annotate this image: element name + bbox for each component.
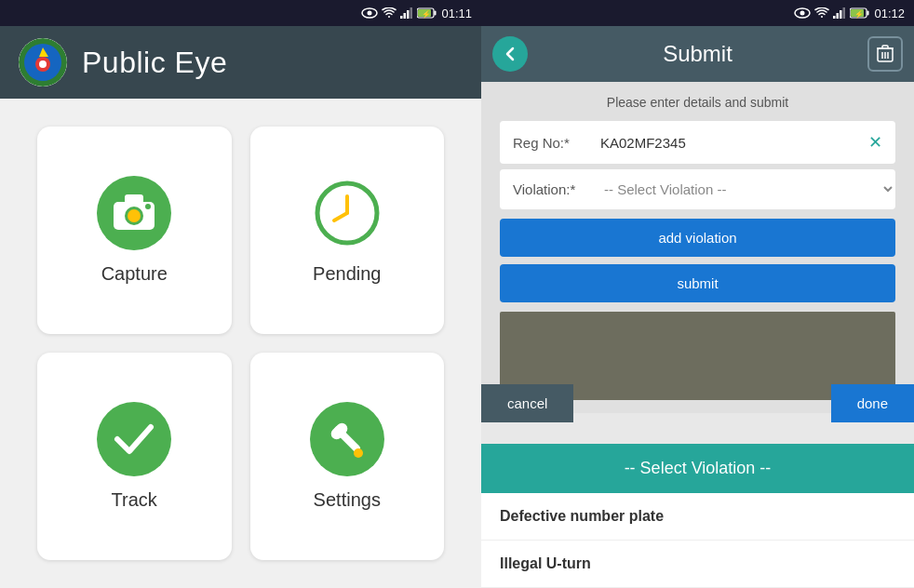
svg-point-25 (97, 402, 171, 476)
delete-button[interactable] (867, 36, 903, 72)
eye-icon-right (794, 7, 811, 19)
menu-grid: Capture Pending Track (0, 99, 481, 588)
svg-text:⚡: ⚡ (854, 9, 864, 19)
reg-no-label: Reg No:* (500, 124, 593, 162)
menu-item-track[interactable]: Track (37, 353, 232, 560)
status-icons-right: ⚡ 01:12 (794, 7, 905, 20)
status-bar-left: ⚡ 01:11 (0, 0, 481, 26)
signal-icon-right (833, 7, 846, 19)
wrench-icon (310, 402, 384, 476)
form-divider (500, 166, 895, 167)
app-header: Public Eye (0, 26, 481, 99)
battery-icon-right: ⚡ (850, 7, 870, 19)
check-icon (97, 402, 171, 476)
status-bar-right: ⚡ 01:12 (481, 0, 914, 26)
svg-rect-5 (410, 7, 413, 19)
form-subtitle: Please enter details and submit (500, 95, 895, 110)
add-violation-button[interactable]: add violation (500, 219, 895, 257)
submit-button[interactable]: submit (500, 264, 895, 302)
form-buttons: add violation submit (500, 219, 895, 302)
status-icons-left: ⚡ 01:11 (361, 7, 472, 20)
svg-text:⚡: ⚡ (422, 9, 431, 19)
time-left: 01:11 (441, 7, 472, 20)
svg-rect-35 (843, 7, 846, 19)
svg-rect-2 (400, 16, 403, 19)
violation-label: Violation:* (500, 170, 593, 208)
done-button[interactable]: done (831, 384, 914, 422)
svg-rect-32 (833, 16, 836, 19)
reg-no-input[interactable] (593, 124, 855, 162)
trash-icon (877, 45, 894, 63)
wifi-icon (382, 7, 397, 19)
battery-icon: ⚡ (417, 7, 437, 19)
reg-no-row: Reg No:* ✕ (500, 121, 895, 164)
svg-rect-33 (837, 13, 840, 19)
form-area: Please enter details and submit Reg No:*… (481, 82, 914, 413)
clock-icon (310, 176, 384, 250)
svg-rect-37 (867, 11, 869, 16)
app-title: Public Eye (82, 46, 227, 80)
wifi-icon-right (814, 7, 829, 19)
submit-header: Submit (481, 26, 914, 82)
violation-dropdown-header: -- Select Violation -- (481, 444, 914, 493)
svg-rect-4 (407, 10, 410, 19)
menu-item-capture[interactable]: Capture (37, 127, 232, 334)
time-right: 01:12 (874, 7, 905, 20)
svg-point-19 (128, 209, 141, 222)
svg-point-1 (368, 11, 372, 16)
svg-rect-34 (840, 10, 842, 19)
svg-point-14 (39, 60, 47, 68)
svg-point-29 (354, 448, 363, 458)
logo-svg (19, 38, 67, 87)
track-label: Track (112, 489, 157, 511)
violation-dropdown: -- Select Violation -- Defective number … (481, 444, 914, 588)
pending-label: Pending (313, 263, 381, 285)
svg-rect-17 (125, 194, 143, 204)
submit-title: Submit (663, 41, 733, 67)
camera-icon (97, 176, 171, 250)
left-panel: ⚡ 01:11 Public Eye (0, 0, 481, 588)
back-button[interactable] (492, 36, 528, 72)
signal-icon (400, 7, 413, 19)
svg-rect-7 (435, 11, 437, 16)
svg-rect-3 (404, 13, 407, 19)
menu-item-settings[interactable]: Settings (250, 353, 445, 560)
violation-item-1[interactable]: Illegal U-turn (481, 541, 914, 588)
violation-select[interactable]: -- Select Violation -- Defective number … (593, 169, 895, 209)
reg-clear-button[interactable]: ✕ (855, 121, 895, 164)
capture-label: Capture (101, 263, 168, 285)
bottom-actions: cancel done (481, 384, 914, 422)
right-panel: ⚡ 01:12 Submit Please enter details and … (481, 0, 914, 588)
svg-point-20 (145, 204, 151, 209)
menu-item-pending[interactable]: Pending (250, 127, 445, 334)
violation-item-0[interactable]: Defective number plate (481, 493, 914, 541)
eye-icon (361, 7, 378, 19)
back-arrow-icon (502, 46, 518, 62)
app-logo (19, 38, 67, 87)
settings-label: Settings (314, 489, 381, 511)
cancel-button[interactable]: cancel (481, 384, 573, 422)
svg-point-31 (800, 11, 805, 16)
violation-row: Violation:* -- Select Violation -- Defec… (500, 169, 895, 209)
svg-rect-42 (882, 46, 888, 48)
